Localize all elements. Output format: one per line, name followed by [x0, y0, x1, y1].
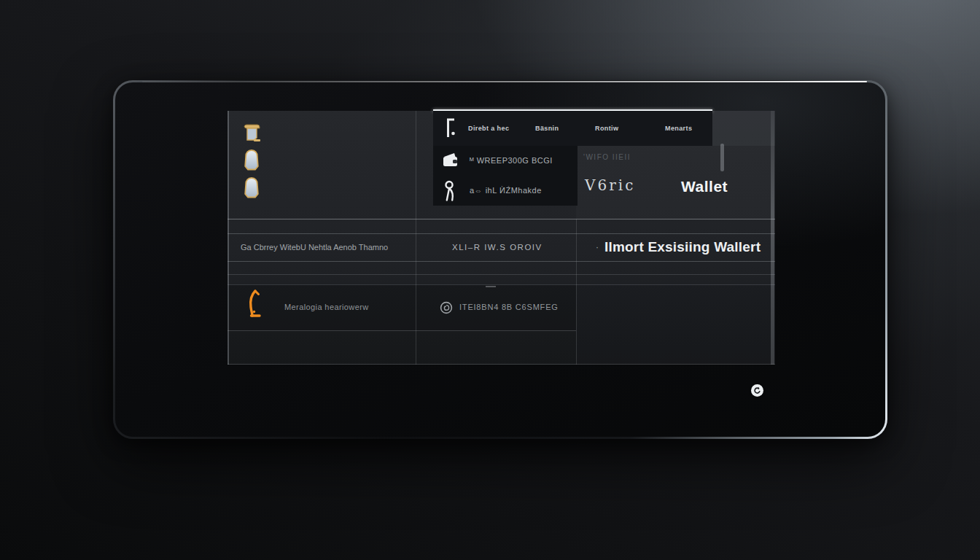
account-row-label: a⇔ ihL ЍŹMhakde	[470, 176, 542, 206]
refresh-icon	[753, 386, 761, 394]
panel-scrollbar[interactable]	[771, 111, 774, 365]
account-row-person[interactable]: a⇔ ihL ЍŹMhakde	[433, 176, 578, 206]
person-icon	[443, 180, 458, 203]
panel-left-border	[228, 111, 229, 365]
footer-strip	[228, 330, 576, 364]
wallet-title: Wallet	[681, 178, 728, 195]
tablet-device: Direbt a hec Bäsnin Rontiw Menarts ᴹ WRE…	[113, 80, 887, 439]
import-existing-wallet-label: Ilmort Exsisiing Wallert	[604, 239, 761, 255]
sidebar-item-shield-2[interactable]	[243, 176, 260, 201]
tab-4[interactable]: Menarts	[665, 111, 692, 146]
settings-row-label: Ga Cbrrey WitebU Nehtla Aenob Thamno	[241, 233, 412, 261]
status-row-label: ITEI8BN4 8B C6SMFEG	[459, 284, 559, 330]
bracket-icon[interactable]	[443, 117, 458, 139]
divider	[228, 274, 775, 275]
divider	[228, 330, 576, 331]
sidebar-item-transactions[interactable]	[243, 122, 262, 144]
brand-flame-icon[interactable]	[245, 287, 262, 322]
tab-2[interactable]: Bäsnin	[535, 111, 559, 146]
account-row-label: ᴹ WREEP300G BCGI	[470, 146, 553, 176]
import-existing-wallet-button[interactable]: · Ilmort Exsisiing Wallert	[596, 233, 761, 261]
shield-icon	[243, 176, 260, 201]
tab-3[interactable]: Rontiw	[595, 111, 618, 146]
column-divider	[576, 219, 577, 365]
refresh-fab-button[interactable]	[751, 384, 763, 397]
column-divider	[416, 111, 416, 365]
scrollbar-thumb[interactable]	[720, 144, 724, 171]
sidebar-item-shield-1[interactable]	[243, 149, 260, 173]
account-row-wallet[interactable]: ᴹ WREEP300G BCGI	[433, 146, 578, 176]
brand-row-label: Meralogia heariowerw	[284, 284, 369, 330]
divider	[228, 219, 775, 219]
divider	[228, 364, 775, 365]
wallet-app-panel: Direbt a hec Bäsnin Rontiw Menarts ᴹ WRE…	[228, 111, 775, 365]
tablet-screen: Direbt a hec Bäsnin Rontiw Menarts ᴹ WRE…	[115, 82, 885, 437]
spiral-icon	[440, 301, 453, 314]
divider	[228, 261, 775, 262]
tab-bar: Direbt a hec Bäsnin Rontiw Menarts	[433, 111, 712, 146]
bullet-icon: ·	[596, 242, 599, 252]
right-bottom-region	[576, 284, 775, 365]
scroll-icon	[243, 122, 262, 144]
wallet-faint-label: 'WIFO IIEII	[583, 153, 631, 161]
panel-top-right-region	[712, 111, 775, 146]
shield-icon	[243, 149, 260, 173]
network-row-label: XLI–R IW.S OROIV	[452, 233, 542, 261]
account-list: ᴹ WREEP300G BCGI a⇔ ihL ЍŹMhakde	[433, 146, 578, 206]
wallet-icon	[441, 151, 459, 170]
tick-mark	[486, 286, 496, 287]
wallet-version-label: V6ric	[585, 176, 635, 194]
tab-1[interactable]: Direbt a hec	[468, 111, 509, 146]
